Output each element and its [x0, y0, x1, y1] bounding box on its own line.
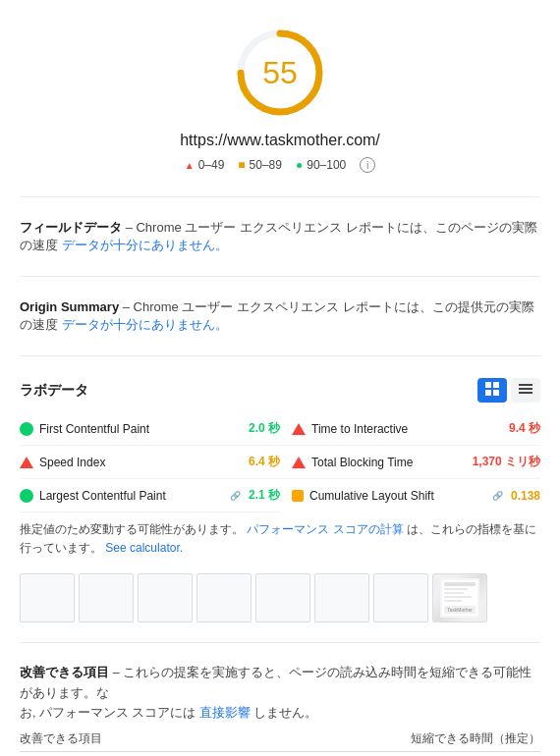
svg-rect-7: [519, 388, 532, 390]
metric-fcp: First Contentful Paint 2.0 秒: [20, 412, 280, 446]
lcp-name: Largest Contentful Paint: [39, 489, 228, 503]
improvements-separator: –: [113, 666, 123, 679]
film-frame-4: [196, 573, 252, 622]
legend-label-50-89: 50–89: [250, 158, 282, 172]
improvements-col-header-right: 短縮できる時間（推定）: [411, 730, 540, 747]
improvement-row-1: 使用していない JavaScript の削除 1.35 s ↓: [20, 752, 540, 756]
lab-view-buttons: [477, 378, 540, 403]
improvements-desc3: しません。: [253, 706, 317, 720]
info-icon[interactable]: i: [360, 157, 375, 173]
legend-item-red: ▲ 0–49: [185, 158, 225, 172]
cls-name: Cumulative Layout Shift: [309, 489, 490, 503]
origin-summary-link[interactable]: データが十分にありません。: [62, 317, 228, 332]
note-section: 推定値のため変動する可能性があります。 パフォーマンス スコアの計算 は、これら…: [0, 513, 560, 566]
score-circle: 55: [231, 24, 329, 122]
tbt-name: Total Blocking Time: [311, 456, 465, 469]
svg-rect-4: [485, 390, 491, 396]
score-url: https://www.taskmother.com/: [180, 132, 380, 149]
svg-rect-12: [444, 588, 468, 590]
metric-cls: Cumulative Layout Shift 🔗 0.138: [280, 479, 540, 513]
svg-rect-14: [444, 596, 472, 598]
lab-data-header: ラボデータ: [0, 368, 560, 412]
note-text1: 推定値のため変動する可能性があります。: [20, 522, 244, 536]
film-frame-1: [20, 573, 75, 622]
improvements-col-header-left: 改善できる項目: [20, 730, 102, 747]
improvements-section: 改善できる項目 – これらの提案を実施すると、ページの読み込み時間を短縮できる可…: [0, 655, 560, 756]
legend-label-0-49: 0–49: [198, 158, 225, 172]
film-frame-2: [79, 573, 134, 622]
field-data-title: フィールドデータ: [20, 220, 122, 235]
circle-icon-green: ●: [296, 158, 303, 172]
origin-summary-title: Origin Summary: [20, 299, 119, 314]
film-frame-final: TaskMother: [432, 573, 487, 622]
fcp-indicator: [20, 422, 33, 436]
film-frame-3: [138, 573, 193, 622]
metric-tti: Time to Interactive 9.4 秒: [280, 412, 540, 446]
field-data-separator: –: [126, 220, 137, 235]
divider-1: [20, 196, 540, 197]
cls-link-icon: 🔗: [492, 491, 503, 501]
triangle-icon-red: ▲: [185, 160, 195, 171]
field-data-link[interactable]: データが十分にありません。: [62, 238, 228, 252]
metric-lcp: Largest Contentful Paint 🔗 2.1 秒: [20, 479, 280, 513]
film-frame-7: [373, 573, 428, 622]
tti-value: 9.4 秒: [509, 420, 540, 437]
si-indicator: [20, 457, 33, 468]
cls-indicator: [292, 490, 304, 502]
svg-rect-6: [519, 384, 532, 386]
improvements-table-header: 改善できる項目 短縮できる時間（推定）: [20, 723, 540, 752]
lab-data-title: ラボデータ: [20, 382, 88, 400]
tti-indicator: [292, 423, 306, 435]
field-data-section: フィールドデータ – Chrome ユーザー エクスペリエンス レポートには、こ…: [0, 209, 560, 264]
improvements-desc2: お, パフォーマンス スコアには: [20, 706, 196, 720]
divider-3: [20, 355, 540, 356]
improvements-title: 改善できる項目: [20, 665, 109, 679]
fcp-name: First Contentful Paint: [39, 422, 241, 436]
divider-4: [20, 642, 540, 643]
metrics-grid: First Contentful Paint 2.0 秒 Time to Int…: [0, 412, 560, 513]
lcp-link-icon: 🔗: [230, 491, 241, 501]
film-frame-5: [255, 573, 310, 622]
svg-rect-5: [493, 390, 499, 396]
tbt-indicator: [292, 457, 306, 468]
lcp-indicator: [20, 489, 33, 503]
divider-2: [20, 276, 540, 277]
svg-rect-3: [493, 382, 499, 388]
score-legend: ▲ 0–49 ■ 50–89 ● 90–100 i: [185, 157, 376, 173]
si-value: 6.4 秒: [249, 454, 280, 470]
tbt-value: 1,370 ミリ秒: [473, 454, 540, 470]
origin-summary-section: Origin Summary – Chrome ユーザー エクスペリエンス レポ…: [0, 289, 560, 344]
filmstrip: TaskMother: [0, 566, 560, 630]
note-link1[interactable]: パフォーマンス スコアの計算: [247, 522, 403, 536]
legend-item-green: ● 90–100: [296, 158, 346, 172]
legend-label-90-100: 90–100: [307, 158, 346, 172]
svg-rect-15: [444, 600, 462, 602]
film-frame-6: [314, 573, 369, 622]
svg-rect-2: [485, 382, 491, 388]
svg-rect-13: [444, 592, 464, 594]
lab-view-grid-button[interactable]: [477, 378, 507, 403]
score-value: 55: [262, 55, 298, 91]
score-section: 55 https://www.taskmother.com/ ▲ 0–49 ■ …: [0, 0, 560, 185]
lcp-value: 2.1 秒: [249, 487, 280, 504]
origin-summary-separator: –: [123, 299, 134, 314]
note-link2[interactable]: See calculator.: [105, 541, 183, 555]
improvements-link[interactable]: 直接影響: [199, 706, 251, 720]
svg-text:TaskMother: TaskMother: [447, 607, 473, 613]
metric-tbt: Total Blocking Time 1,370 ミリ秒: [280, 446, 540, 479]
svg-rect-11: [444, 582, 476, 586]
tti-name: Time to Interactive: [311, 422, 501, 436]
svg-rect-8: [519, 392, 532, 394]
metric-si: Speed Index 6.4 秒: [20, 446, 280, 479]
legend-item-orange: ■ 50–89: [238, 158, 282, 172]
lab-view-list-button[interactable]: [511, 378, 540, 403]
cls-value: 0.138: [511, 489, 540, 503]
film-frame-content: TaskMother: [433, 574, 486, 621]
square-icon-orange: ■: [238, 158, 245, 172]
si-name: Speed Index: [39, 456, 241, 469]
fcp-value: 2.0 秒: [249, 420, 280, 437]
